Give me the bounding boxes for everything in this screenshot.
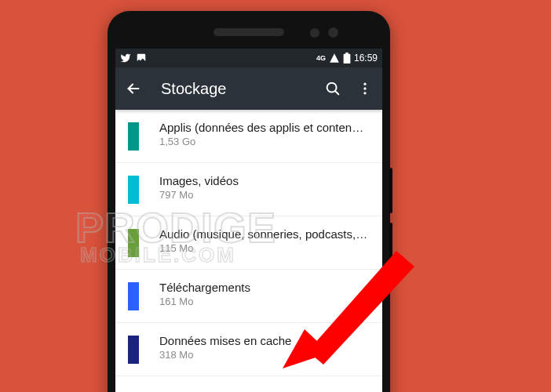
storage-row-cache[interactable]: Données mises en cache 318 Mo	[115, 323, 382, 376]
svg-point-2	[363, 87, 366, 89]
row-size: 161 Mo	[159, 296, 370, 307]
clock: 16:59	[354, 53, 378, 64]
search-button[interactable]	[324, 80, 341, 97]
page-title: Stockage	[161, 80, 226, 98]
signal-icon	[329, 53, 340, 64]
color-swatch	[128, 229, 139, 257]
side-button	[389, 168, 392, 213]
svg-point-1	[363, 83, 366, 85]
battery-icon	[343, 53, 351, 64]
svg-point-3	[363, 92, 366, 94]
storage-row-apps[interactable]: Applis (données des applis et contenu mu…	[115, 110, 382, 163]
storage-row-audio[interactable]: Audio (musique, sonneries, podcasts, etc…	[115, 216, 382, 270]
bezel-camera	[310, 28, 319, 38]
screen: 4G 16:59 Stockage	[115, 49, 382, 392]
app-bar: Stockage	[115, 67, 382, 110]
row-title: Images, vidéos	[159, 174, 370, 187]
bezel-sensor	[328, 27, 338, 38]
side-button	[389, 223, 392, 268]
network-label: 4G	[316, 54, 326, 62]
row-size: 797 Mo	[159, 189, 370, 201]
row-title: Applis (données des applis et contenu mu…	[159, 121, 370, 134]
color-swatch	[128, 122, 139, 151]
storage-row-images[interactable]: Images, vidéos 797 Mo	[115, 163, 382, 216]
bezel-speaker	[213, 28, 284, 36]
image-icon	[136, 53, 147, 64]
row-size: 318 Mo	[159, 349, 370, 361]
status-bar: 4G 16:59	[115, 49, 382, 67]
overflow-menu-button[interactable]	[357, 81, 373, 96]
color-swatch	[128, 336, 139, 364]
row-size: 1,53 Go	[159, 136, 370, 147]
back-button[interactable]	[125, 80, 142, 97]
twitter-icon	[120, 53, 131, 64]
row-title: Audio (musique, sonneries, podcasts, etc…	[159, 227, 370, 241]
color-swatch	[128, 176, 139, 204]
row-title: Données mises en cache	[159, 334, 370, 347]
phone-frame: 4G 16:59 Stockage	[108, 11, 390, 392]
storage-row-downloads[interactable]: Téléchargements 161 Mo	[115, 270, 382, 323]
row-size: 115 Mo	[159, 242, 370, 254]
row-title: Téléchargements	[159, 281, 370, 294]
color-swatch	[128, 282, 139, 310]
storage-list: Applis (données des applis et contenu mu…	[115, 110, 382, 376]
